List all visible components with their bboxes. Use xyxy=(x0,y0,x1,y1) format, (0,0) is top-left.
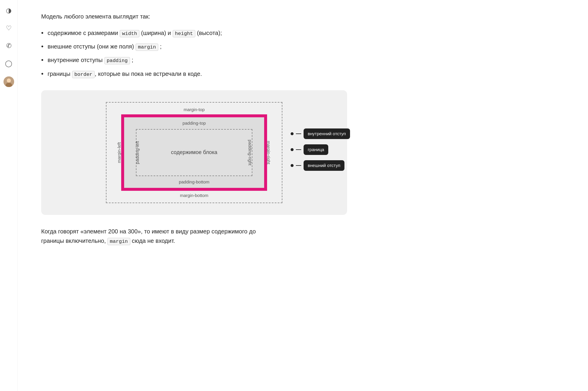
bullet-text-3: внутренние отступы padding ; xyxy=(48,55,133,65)
border-box: padding-top padding-bottom padding-left … xyxy=(121,114,267,191)
contrast-icon[interactable]: ◑ xyxy=(4,6,14,15)
code-height: height xyxy=(173,30,195,37)
bullet-dot: • xyxy=(41,43,44,50)
annotation-badge-outer: внешний отступ xyxy=(304,160,344,171)
annotation-dot-3 xyxy=(291,164,294,167)
avatar[interactable] xyxy=(4,76,14,87)
chat-icon[interactable]: ◯ xyxy=(4,59,14,68)
annotation-line-2 xyxy=(296,149,301,150)
padding-top-label: padding-top xyxy=(182,120,206,127)
annotation-border: граница xyxy=(291,144,350,155)
phone-icon[interactable]: ✆ xyxy=(4,41,14,51)
svg-point-1 xyxy=(7,78,11,83)
code-padding: padding xyxy=(104,57,130,64)
annotation-outer: внешний отступ xyxy=(291,160,350,171)
bottom-text-line1: Когда говорят «элемент 200 на 300», то и… xyxy=(41,228,256,235)
bullet-dot: • xyxy=(41,57,44,63)
bullet-text-4: границы border, которые вы пока не встре… xyxy=(48,69,202,78)
content-label: содержимое блока xyxy=(171,148,217,157)
content-box: содержимое блока xyxy=(136,129,252,176)
bullet-dot: • xyxy=(41,30,44,36)
annotation-line-1 xyxy=(296,133,301,134)
code-width: width xyxy=(120,30,139,37)
padding-bottom-label: padding-bottom xyxy=(179,178,209,186)
list-item: • внутренние отступы padding ; xyxy=(41,55,347,65)
annotation-inner: внутренний отступ xyxy=(291,128,350,139)
margin-bottom-label: margin-bottom xyxy=(180,192,209,199)
diagram-outer: margin-top margin-bottom margin-left mar… xyxy=(59,102,329,203)
page-wrapper: ◑ ♡ ✆ ◯ Модель любого элемента выглядит … xyxy=(0,0,588,391)
code-margin: margin xyxy=(136,44,158,51)
annotation-line-3 xyxy=(296,165,301,166)
sidebar: ◑ ♡ ✆ ◯ xyxy=(0,0,18,391)
bullet-text-2: внешние отступы (они же поля) margin ; xyxy=(48,42,162,51)
bottom-text-line2: границы включительно, margin сюда не вхо… xyxy=(41,238,175,244)
list-item: • границы border, которые вы пока не вст… xyxy=(41,69,347,78)
annotation-badge-border: граница xyxy=(304,144,328,155)
heart-icon[interactable]: ♡ xyxy=(4,24,14,33)
code-border: border xyxy=(72,71,95,78)
margin-top-label: margin-top xyxy=(184,106,205,113)
list-item: • содержимое с размерами width (ширина) … xyxy=(41,28,347,38)
bullet-list: • содержимое с размерами width (ширина) … xyxy=(41,28,347,78)
diagram-wrapper: margin-top margin-bottom margin-left mar… xyxy=(106,102,282,203)
code-margin-bottom: margin xyxy=(107,238,130,245)
bottom-text: Когда говорят «элемент 200 на 300», то и… xyxy=(41,227,347,245)
padding-left-label: padding-left xyxy=(134,141,141,164)
intro-text: Модель любого элемента выглядит так: xyxy=(41,12,347,21)
main-content: Модель любого элемента выглядит так: • с… xyxy=(18,0,371,391)
annotation-dot-2 xyxy=(291,148,294,151)
list-item: • внешние отступы (они же поля) margin ; xyxy=(41,42,347,51)
padding-right-label: padding-right xyxy=(246,140,254,166)
diagram-container: margin-top margin-bottom margin-left mar… xyxy=(41,90,347,215)
annotations-panel: внутренний отступ граница внешний отступ xyxy=(291,128,350,171)
bullet-dot: • xyxy=(41,71,44,77)
annotation-dot-1 xyxy=(291,132,294,135)
annotation-badge-inner: внутренний отступ xyxy=(304,128,350,139)
bullet-text-1: содержимое с размерами width (ширина) и … xyxy=(48,28,222,38)
margin-box: margin-top margin-bottom margin-left mar… xyxy=(106,102,282,203)
